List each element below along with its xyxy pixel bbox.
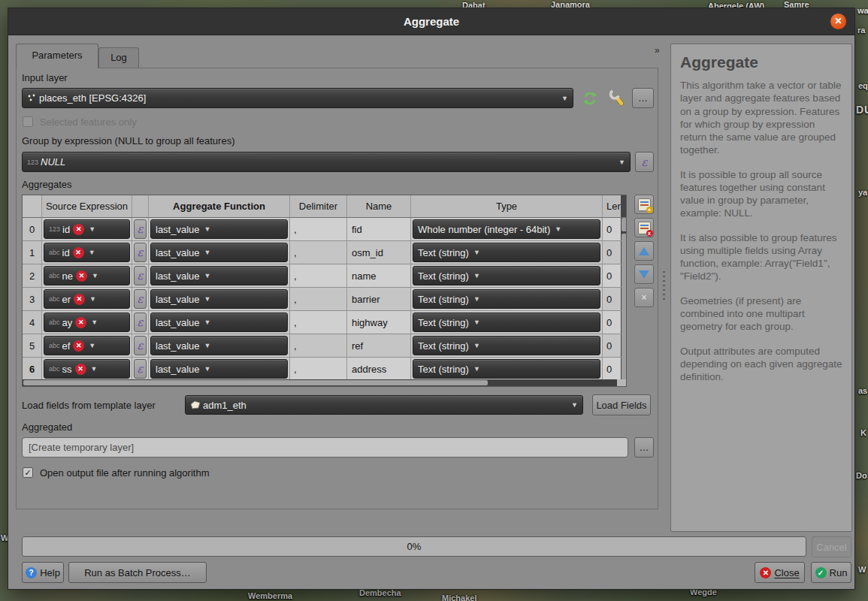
aggregate-dialog: Aggregate ✕ Parameters Log » Input layer… <box>8 8 855 590</box>
map-label: ra <box>857 26 865 35</box>
map-label: Wemberma <box>248 591 292 600</box>
help-panel: Aggregate This algorithm take a vector o… <box>670 44 852 532</box>
window-close-button[interactable]: ✕ <box>830 14 846 29</box>
map-label: K <box>860 428 866 437</box>
dialog-title: Aggregate <box>8 8 854 35</box>
map-label: eq <box>858 81 868 90</box>
parameters-pane <box>16 68 658 509</box>
titlebar[interactable]: Aggregate ✕ <box>8 8 854 35</box>
map-label: W <box>858 565 866 574</box>
cancel-button: Cancel <box>812 536 851 557</box>
close-icon: ✕ <box>834 16 842 26</box>
close-button[interactable]: ✕ Close <box>755 562 805 583</box>
map-label: Michakel <box>442 593 476 601</box>
progress-bar: 0% <box>22 536 806 557</box>
help-paragraph: Geometries (if present) are combined int… <box>680 294 842 334</box>
run-button-label: Run <box>830 567 848 578</box>
map-label: ya <box>858 188 867 197</box>
help-paragraph: It is possible to group all source featu… <box>680 168 842 220</box>
run-icon: ✓ <box>815 567 827 578</box>
map-label: wa <box>857 6 868 15</box>
help-button-label: Help <box>40 567 60 578</box>
help-paragraph: This algorithm take a vector or table la… <box>680 79 842 157</box>
help-paragraph: Output attributes are computed depending… <box>680 345 842 384</box>
map-label: as <box>858 386 867 395</box>
desktop-map-background: Dabat Janamora Abergele (AW) Samre Wembe… <box>0 0 868 601</box>
close-button-label: Close <box>774 567 799 578</box>
help-paragraph: It is also possible to group features us… <box>680 231 842 283</box>
help-button[interactable]: ? Help <box>22 562 64 583</box>
run-button[interactable]: ✓ Run <box>811 562 851 583</box>
tab-log[interactable]: Log <box>98 47 139 68</box>
help-icon: ? <box>26 567 37 578</box>
cancel-button-label: Cancel <box>816 542 846 553</box>
run-as-batch-label: Run as Batch Process… <box>84 567 191 578</box>
map-label: Do <box>856 471 867 480</box>
help-title: Aggregate <box>680 53 842 71</box>
close-icon: ✕ <box>760 567 771 578</box>
tab-overflow-icon[interactable]: » <box>655 45 660 56</box>
panel-splitter-handle[interactable] <box>663 271 665 303</box>
map-label: DU <box>856 104 868 116</box>
run-as-batch-button[interactable]: Run as Batch Process… <box>68 562 207 583</box>
tab-parameters[interactable]: Parameters <box>16 44 98 68</box>
